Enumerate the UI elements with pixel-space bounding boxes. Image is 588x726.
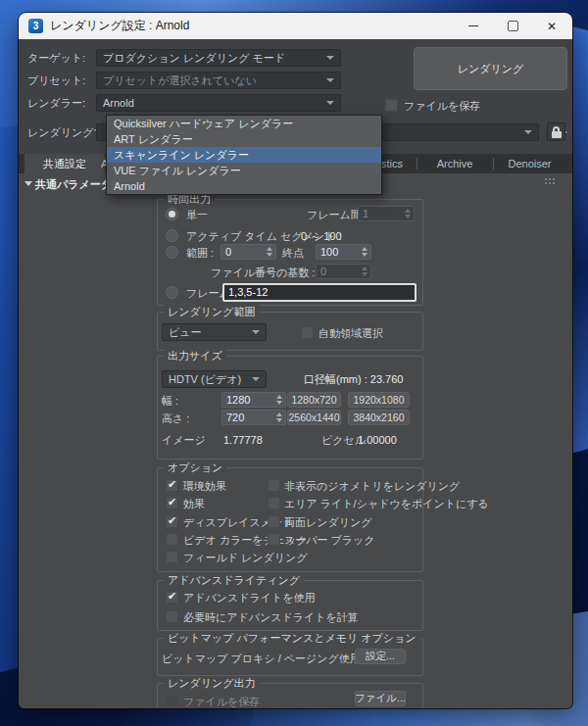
bitmap-title: ビットマップ パフォーマンスとメモリ オプション [164, 631, 420, 645]
spinner-arrows-icon[interactable] [276, 395, 282, 405]
super-black-label: スーパー ブラック [284, 533, 375, 547]
image-aspect-value: 1.77778 [223, 433, 263, 447]
window-title: レンダリング設定 : Arnold [50, 13, 189, 39]
env-effects-checkbox[interactable] [166, 479, 178, 492]
rollout-collapse-icon[interactable] [24, 181, 32, 186]
render-hidden-geometry-checkbox[interactable] [268, 479, 280, 492]
preset-1920x1080-button[interactable]: 1920x1080 [348, 392, 410, 408]
frames-radio[interactable] [166, 286, 178, 299]
render-hidden-geometry-label: 非表示のジオメトリをレンダリング [284, 479, 460, 493]
super-black-checkbox[interactable] [268, 533, 280, 546]
range-start-spinner[interactable]: 0 [220, 244, 276, 260]
active-segment-radio[interactable] [166, 229, 178, 242]
displacement-checkbox[interactable] [166, 515, 178, 528]
effects-label: 効果 [183, 497, 205, 510]
bitmap-status-text: ビットマップ プロキシ / ページング使用不可 [162, 652, 382, 665]
spinner-arrows-icon[interactable] [362, 266, 368, 276]
title-bar[interactable]: 3 レンダリング設定 : Arnold ✕ [19, 13, 572, 39]
range-label: 範囲 : [186, 246, 214, 260]
width-spinner[interactable]: 1280 [221, 392, 286, 408]
rollout-title[interactable]: 共通パラメータ [35, 177, 112, 192]
render-setup-dialog: 3 レンダリング設定 : Arnold ✕ ターゲット: プロダクション レンダ… [19, 13, 572, 708]
dropdown-item-art[interactable]: ART レンダラー [107, 131, 381, 147]
two-sided-checkbox[interactable] [268, 515, 280, 528]
chevron-down-icon [524, 130, 532, 134]
dropdown-item-scanline[interactable]: スキャンライン レンダラー [107, 147, 381, 163]
target-label: ターゲット: [27, 51, 85, 65]
range-radio[interactable] [166, 246, 178, 259]
tab-archive[interactable]: Archive [416, 154, 493, 173]
single-radio[interactable] [166, 208, 178, 220]
auto-region-label: 自動領域選択 [318, 326, 383, 340]
tab-common-settings[interactable]: 共通設定 [24, 154, 105, 173]
field-render-checkbox[interactable] [166, 551, 178, 563]
close-button[interactable]: ✕ [534, 13, 569, 39]
area-lights-as-points-label: エリア ライト/シャドウをポイントにする [284, 497, 489, 510]
file-base-label: ファイル番号の基数 : [211, 266, 315, 279]
auto-region-checkbox[interactable] [301, 326, 314, 339]
3dsmax-app-icon: 3 [28, 19, 43, 33]
spinner-arrows-icon[interactable] [267, 247, 272, 257]
preset-label: プリセット: [27, 73, 85, 87]
spinner-arrows-icon[interactable] [405, 209, 411, 218]
use-advanced-lighting-label: アドバンスドライトを使用 [183, 591, 316, 605]
area-mode-dropdown[interactable]: ビュー [162, 323, 267, 341]
frames-input[interactable]: 1,3,5-12 [222, 283, 416, 302]
options-title: オプション [164, 460, 226, 474]
image-aspect-label: イメージ [162, 433, 206, 447]
advanced-lighting-title: アドバンスドライティング [164, 573, 304, 587]
desktop-wallpaper: 3 レンダリング設定 : Arnold ✕ ターゲット: プロダクション レンダ… [0, 0, 588, 726]
video-color-check-checkbox[interactable] [166, 533, 178, 546]
dropdown-item-vue[interactable]: VUE ファイル レンダラー [107, 163, 381, 178]
output-size-preset-dropdown[interactable]: HDTV (ビデオ) [162, 370, 267, 388]
save-file-label: ファイルを保存 [404, 99, 480, 113]
tab-separator [416, 158, 417, 169]
close-icon: ✕ [547, 20, 557, 33]
lock-view-button[interactable] [547, 122, 565, 141]
spinner-arrows-icon[interactable] [276, 412, 282, 422]
render-output-save-file-label: ファイルを保存 [183, 695, 260, 708]
target-dropdown[interactable]: プロダクション レンダリング モード [96, 49, 341, 67]
compute-advanced-lighting-checkbox[interactable] [166, 610, 178, 623]
aperture-width-value: 口径幅(mm) : 23.760 [304, 372, 403, 386]
effects-checkbox[interactable] [166, 497, 178, 509]
lock-icon-body [552, 131, 562, 138]
pixel-aspect-value: 1.00000 [358, 433, 397, 447]
output-size-preset-value: HDTV (ビデオ) [169, 373, 241, 385]
renderer-value: Arnold [103, 97, 134, 109]
bitmap-setup-button[interactable]: 設定... [355, 649, 406, 664]
active-segment-value: 0 ～ 100 [301, 229, 342, 243]
height-label: 高さ : [162, 411, 189, 425]
render-output-save-file-checkbox[interactable] [166, 695, 178, 707]
rollout-grip-icon[interactable] [545, 178, 547, 180]
renderer-dropdown[interactable]: Arnold [96, 94, 341, 112]
two-sided-label: 両面レンダリング [284, 515, 372, 529]
spinner-arrows-icon[interactable] [362, 247, 368, 257]
area-lights-as-points-checkbox[interactable] [268, 497, 280, 509]
render-output-files-button[interactable]: ファイル... [355, 691, 406, 706]
tab-separator [493, 158, 494, 169]
renderer-label: レンダラー: [27, 96, 85, 110]
renderer-dropdown-list: Quicksilver ハードウェア レンダラー ART レンダラー スキャンラ… [106, 115, 382, 195]
save-file-checkbox[interactable] [385, 99, 398, 112]
minimize-button[interactable] [456, 13, 491, 39]
dropdown-item-arnold[interactable]: Arnold [107, 178, 381, 194]
preset-1280x720-button[interactable]: 1280x720 [287, 392, 341, 408]
range-end-spinner[interactable]: 100 [316, 244, 371, 260]
preset-2560x1440-button[interactable]: 2560x1440 [287, 410, 341, 425]
single-label: 単一 [186, 208, 208, 221]
chevron-down-icon [252, 377, 260, 381]
file-base-spinner[interactable]: 0 [316, 264, 371, 279]
minimize-icon [468, 25, 478, 27]
frame-interval-spinner[interactable]: 1 [358, 206, 415, 221]
preset-3840x2160-button[interactable]: 3840x2160 [348, 410, 410, 425]
use-advanced-lighting-checkbox[interactable] [166, 591, 178, 604]
tab-denoiser[interactable]: Denoiser [493, 154, 566, 173]
preset-dropdown[interactable]: プリセットが選択されていない [96, 72, 341, 89]
compute-advanced-lighting-label: 必要時にアドバンスドライトを計算 [183, 610, 359, 624]
dropdown-item-quicksilver[interactable]: Quicksilver ハードウェア レンダラー [107, 116, 381, 131]
maximize-button[interactable] [495, 13, 530, 39]
render-button[interactable]: レンダリング [414, 47, 567, 90]
height-spinner[interactable]: 720 [221, 410, 286, 425]
field-render-label: フィールド レンダリング [183, 551, 308, 564]
